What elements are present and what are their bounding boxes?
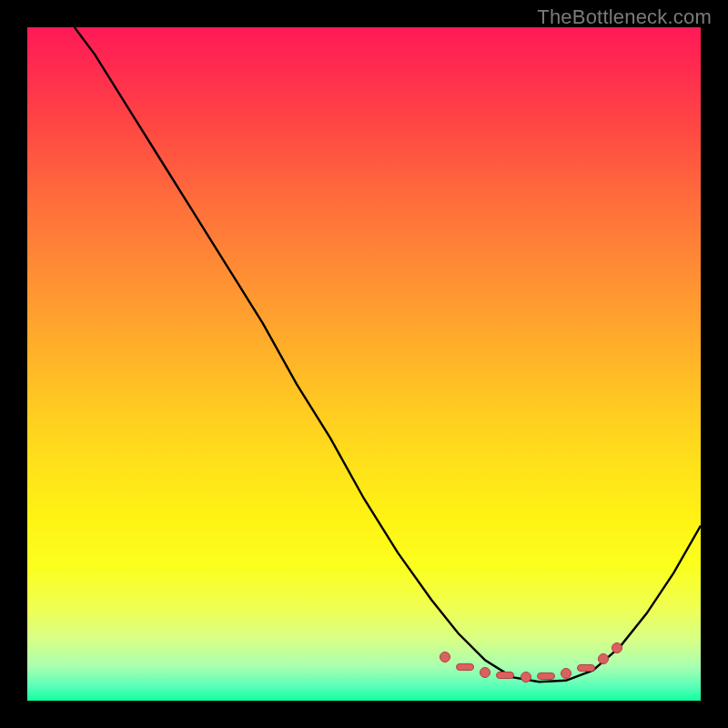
data-marker (440, 652, 450, 662)
data-marker (598, 653, 609, 664)
watermark-text: TheBottleneck.com (537, 5, 712, 29)
data-marker (456, 663, 474, 671)
data-marker (612, 642, 622, 653)
chart-plot-area (27, 27, 701, 701)
data-marker (521, 672, 531, 682)
data-marker (537, 672, 555, 680)
data-marker (496, 672, 514, 679)
marker-layer (27, 27, 701, 701)
data-marker (561, 668, 571, 679)
data-marker (577, 664, 595, 672)
data-marker (480, 667, 490, 678)
